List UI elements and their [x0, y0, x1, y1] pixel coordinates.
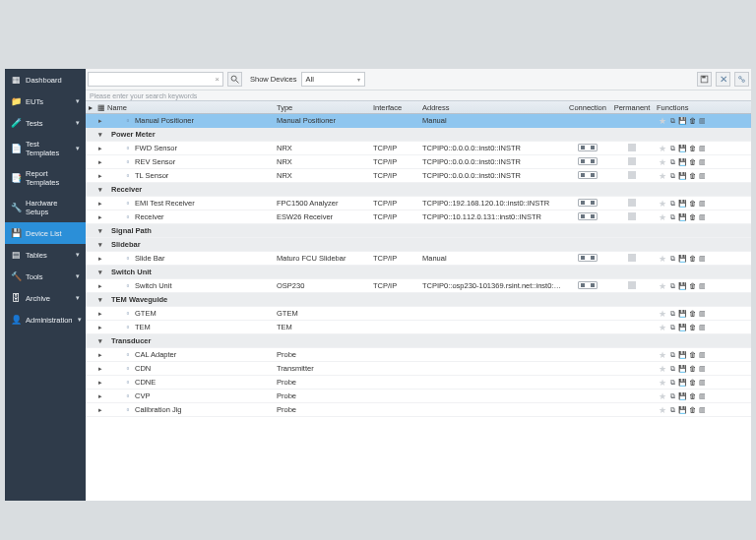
device-row[interactable]: ▸▫CAL AdapterProbe★⧉💾🗑▥	[86, 348, 751, 362]
favorite-icon[interactable]: ★	[659, 392, 666, 400]
sidebar-item-administration[interactable]: 👤Administration▾	[5, 309, 86, 330]
delete-icon[interactable]: 🗑	[688, 255, 696, 263]
more-icon[interactable]: ▥	[698, 117, 706, 125]
copy-icon[interactable]: ⧉	[668, 200, 676, 208]
collapse-icon[interactable]: ▾	[95, 269, 105, 276]
group-row[interactable]: ▾Receiver	[86, 183, 751, 197]
device-row[interactable]: ▸▫TEMTEM★⧉💾🗑▥	[86, 321, 751, 334]
favorite-icon[interactable]: ★	[659, 379, 666, 387]
copy-icon[interactable]: ⧉	[668, 379, 676, 387]
col-functions[interactable]: Functions	[653, 103, 751, 112]
delete-icon[interactable]: 🗑	[688, 117, 696, 125]
device-connection[interactable]	[564, 144, 611, 153]
more-icon[interactable]: ▥	[698, 351, 706, 359]
sidebar-item-device-list[interactable]: 💾Device List	[5, 222, 86, 244]
favorite-icon[interactable]: ★	[659, 351, 666, 359]
group-row[interactable]: ▾Signal Path	[86, 224, 751, 238]
collapse-icon[interactable]: ▾	[95, 186, 105, 194]
collapse-icon[interactable]: ▾	[95, 241, 105, 249]
favorite-icon[interactable]: ★	[659, 213, 666, 221]
col-name[interactable]: Name	[105, 103, 275, 112]
more-icon[interactable]: ▥	[698, 310, 706, 318]
show-devices-dropdown[interactable]: All ▾	[301, 72, 365, 87]
expand-icon[interactable]: ▸	[95, 255, 105, 263]
device-permanent[interactable]	[611, 254, 653, 264]
grid-body[interactable]: ▸▫Manual PositionerManual PositionerManu…	[86, 114, 751, 501]
col-interface[interactable]: Interface	[371, 103, 420, 112]
favorite-icon[interactable]: ★	[659, 172, 666, 180]
expand-icon[interactable]: ▸	[95, 145, 105, 152]
favorite-icon[interactable]: ★	[659, 255, 666, 263]
device-row[interactable]: ▸▫TL SensorNRXTCP/IPTCPIP0::0.0.0.0::ins…	[86, 169, 751, 183]
save-icon[interactable]: 💾	[678, 310, 686, 318]
copy-icon[interactable]: ⧉	[668, 365, 676, 373]
device-permanent[interactable]	[611, 212, 653, 222]
device-row[interactable]: ▸▫Calibration JigProbe★⧉💾🗑▥	[86, 403, 751, 417]
copy-icon[interactable]: ⧉	[668, 406, 676, 414]
favorite-icon[interactable]: ★	[659, 324, 666, 331]
sidebar-item-tests[interactable]: 🧪Tests▾	[5, 112, 86, 134]
collapse-icon[interactable]: ▾	[95, 296, 105, 304]
device-connection[interactable]	[564, 171, 611, 181]
device-connection[interactable]	[564, 199, 611, 209]
expand-icon[interactable]: ▸	[95, 351, 105, 359]
copy-icon[interactable]: ⧉	[668, 255, 676, 263]
search-clear-icon[interactable]: ×	[215, 75, 220, 84]
save-icon[interactable]: 💾	[678, 351, 686, 359]
device-permanent[interactable]	[611, 144, 653, 153]
save-icon[interactable]: 💾	[678, 324, 686, 331]
device-row[interactable]: ▸▫CVPProbe★⧉💾🗑▥	[86, 390, 751, 403]
group-row[interactable]: ▾TEM Waveguide	[86, 293, 751, 307]
more-icon[interactable]: ▥	[698, 392, 706, 400]
save-icon[interactable]: 💾	[678, 158, 686, 166]
save-icon[interactable]: 💾	[678, 406, 686, 414]
collapse-icon[interactable]: ▾	[95, 337, 105, 345]
delete-icon[interactable]: 🗑	[688, 145, 696, 152]
device-row[interactable]: ▸▫Switch UnitOSP230TCP/IPTCPIP0::osp230-…	[86, 279, 751, 293]
expand-icon[interactable]: ▸	[95, 365, 105, 373]
close-button[interactable]: ✕	[716, 72, 730, 87]
copy-icon[interactable]: ⧉	[668, 213, 676, 221]
save-icon[interactable]: 💾	[678, 392, 686, 400]
search-button[interactable]	[227, 72, 242, 87]
copy-icon[interactable]: ⧉	[668, 282, 676, 290]
delete-icon[interactable]: 🗑	[688, 365, 696, 373]
sidebar-item-test-templates[interactable]: 📄Test Templates▾	[5, 134, 86, 163]
copy-icon[interactable]: ⧉	[668, 145, 676, 152]
expand-icon[interactable]: ▸	[95, 310, 105, 318]
copy-icon[interactable]: ⧉	[668, 158, 676, 166]
save-icon[interactable]: 💾	[678, 117, 686, 125]
save-icon[interactable]: 💾	[678, 213, 686, 221]
save-icon[interactable]: 💾	[678, 282, 686, 290]
save-button[interactable]	[697, 72, 712, 87]
group-row[interactable]: ▾Power Meter	[86, 128, 751, 142]
delete-icon[interactable]: 🗑	[688, 213, 696, 221]
more-icon[interactable]: ▥	[698, 324, 706, 331]
expand-icon[interactable]: ▸	[95, 158, 105, 166]
copy-icon[interactable]: ⧉	[668, 351, 676, 359]
delete-icon[interactable]: 🗑	[688, 351, 696, 359]
sidebar-item-tables[interactable]: ▤Tables▾	[5, 244, 86, 266]
device-connection[interactable]	[564, 281, 611, 291]
favorite-icon[interactable]: ★	[659, 200, 666, 208]
more-icon[interactable]: ▥	[698, 379, 706, 387]
device-permanent[interactable]	[611, 199, 653, 209]
delete-icon[interactable]: 🗑	[688, 310, 696, 318]
device-permanent[interactable]	[611, 281, 653, 291]
save-icon[interactable]: 💾	[678, 200, 686, 208]
save-icon[interactable]: 💾	[678, 172, 686, 180]
collapse-icon[interactable]: ▾	[95, 227, 105, 235]
device-row[interactable]: ▸▫CDNEProbe★⧉💾🗑▥	[86, 376, 751, 390]
favorite-icon[interactable]: ★	[659, 365, 666, 373]
col-connection[interactable]: Connection	[564, 103, 611, 112]
more-icon[interactable]: ▥	[698, 282, 706, 290]
favorite-icon[interactable]: ★	[659, 310, 666, 318]
copy-icon[interactable]: ⧉	[668, 310, 676, 318]
delete-icon[interactable]: 🗑	[688, 379, 696, 387]
search-input[interactable]	[92, 76, 215, 83]
expand-icon[interactable]: ▸	[95, 406, 105, 414]
sidebar-item-hardware-setups[interactable]: 🔧Hardware Setups	[5, 193, 86, 222]
expand-icon[interactable]: ▸	[95, 379, 105, 387]
copy-icon[interactable]: ⧉	[668, 324, 676, 331]
save-icon[interactable]: 💾	[678, 365, 686, 373]
